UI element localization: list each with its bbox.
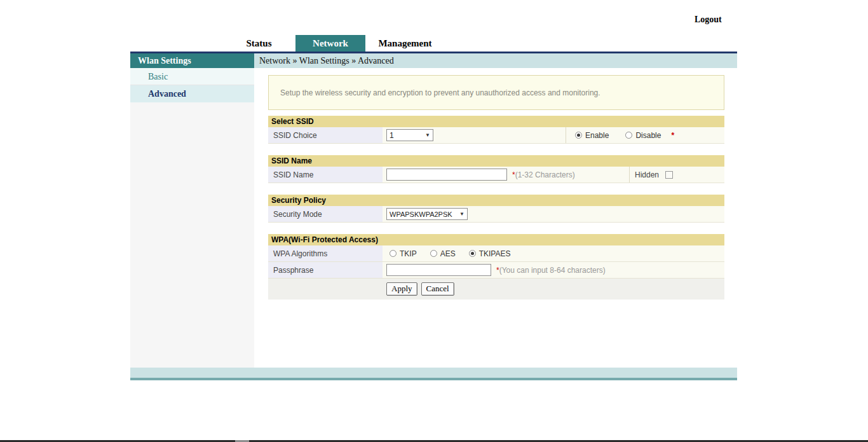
tab-management[interactable]: Management bbox=[365, 35, 445, 52]
dropdown-arrow-icon: ▼ bbox=[423, 132, 433, 138]
buttons-row: Apply Cancel bbox=[268, 279, 724, 300]
hidden-cell: Hidden bbox=[629, 167, 724, 183]
logout-link[interactable]: Logout bbox=[695, 15, 722, 25]
wpa-algorithms-row: WPA Algorithms TKIP AES bbox=[268, 245, 724, 262]
cancel-button[interactable]: Cancel bbox=[421, 282, 454, 296]
apply-button[interactable]: Apply bbox=[386, 282, 417, 296]
wpa-algorithms-cell: TKIP AES TKIPAES bbox=[383, 245, 724, 261]
security-mode-label: Security Mode bbox=[268, 206, 383, 222]
tkip-label: TKIP bbox=[400, 249, 417, 258]
ssid-name-row: SSID Name *(1-32 Characters) Hidden bbox=[268, 167, 724, 183]
ssid-name-label: SSID Name bbox=[268, 167, 383, 183]
ssid-name-hint: *(1-32 Characters) bbox=[512, 170, 575, 179]
ssid-choice-selected-value: 1 bbox=[390, 131, 394, 140]
ssid-choice-row: SSID Choice 1 ▼ Enable Disable bbox=[268, 127, 724, 144]
section-title-wpa: WPA(Wi-Fi Protected Access) bbox=[268, 234, 724, 245]
sidebar-item-basic[interactable]: Basic bbox=[130, 68, 254, 85]
aes-label: AES bbox=[440, 249, 456, 258]
passphrase-value-cell: *(You can input 8-64 characters) bbox=[383, 262, 724, 278]
section-wpa: WPA(Wi-Fi Protected Access) WPA Algorith… bbox=[268, 234, 724, 300]
required-mark: * bbox=[671, 131, 674, 140]
screen: Logout Status Network Management Wlan Se… bbox=[0, 0, 868, 442]
tkip-radio[interactable] bbox=[390, 250, 397, 257]
disable-label: Disable bbox=[635, 131, 661, 140]
tkipaes-radio[interactable] bbox=[469, 250, 476, 257]
enable-label: Enable bbox=[585, 131, 609, 140]
section-ssid-name: SSID Name SSID Name *(1-32 Characters) H… bbox=[268, 155, 724, 183]
passphrase-label: Passphrase bbox=[268, 262, 383, 278]
security-mode-select[interactable]: WPAPSKWPA2PSK ▼ bbox=[386, 208, 468, 220]
wpa-option-tkipaes: TKIPAES bbox=[469, 249, 511, 258]
dropdown-arrow-icon: ▼ bbox=[457, 211, 467, 217]
disable-radio[interactable] bbox=[625, 132, 632, 139]
passphrase-hint-text: (You can input 8-64 characters) bbox=[499, 266, 606, 275]
section-security-policy: Security Policy Security Mode WPAPSKWPA2… bbox=[268, 195, 724, 223]
ssid-name-hint-text: (1-32 Characters) bbox=[515, 170, 575, 179]
security-mode-selected-value: WPAPSKWPA2PSK bbox=[390, 211, 452, 218]
sidebar-item-advanced[interactable]: Advanced bbox=[130, 85, 254, 102]
security-mode-row: Security Mode WPAPSKWPA2PSK ▼ bbox=[268, 206, 724, 223]
wpa-option-aes: AES bbox=[430, 249, 456, 258]
passphrase-row: Passphrase *(You can input 8-64 characte… bbox=[268, 262, 724, 279]
section-title-security-policy: Security Policy bbox=[268, 195, 724, 206]
ssid-choice-select[interactable]: 1 ▼ bbox=[386, 129, 433, 141]
aes-radio[interactable] bbox=[430, 250, 437, 257]
sidebar-title: Wlan Settings bbox=[130, 53, 254, 68]
hidden-checkbox[interactable] bbox=[665, 171, 673, 179]
section-title-ssid-name: SSID Name bbox=[268, 155, 724, 167]
footer-bar bbox=[130, 368, 737, 380]
app-frame: Wlan Settings Basic Advanced Network » W… bbox=[130, 53, 737, 368]
passphrase-hint: *(You can input 8-64 characters) bbox=[496, 266, 606, 275]
ssid-name-value-cell: *(1-32 Characters) bbox=[383, 167, 629, 183]
notice-text: Setup the wireless security and encrypti… bbox=[280, 88, 600, 97]
hidden-label: Hidden bbox=[635, 170, 659, 179]
tab-network[interactable]: Network bbox=[295, 35, 365, 52]
tab-bar: Status Network Management bbox=[222, 35, 445, 52]
content: Setup the wireless security and encrypti… bbox=[254, 68, 737, 300]
enable-radio[interactable] bbox=[575, 132, 582, 139]
section-title-select-ssid: Select SSID bbox=[268, 116, 724, 127]
sidebar: Wlan Settings Basic Advanced bbox=[130, 53, 254, 368]
ssid-choice-label: SSID Choice bbox=[268, 127, 383, 143]
tab-status[interactable]: Status bbox=[222, 35, 295, 52]
wpa-algorithms-label: WPA Algorithms bbox=[268, 245, 383, 261]
notice-box: Setup the wireless security and encrypti… bbox=[268, 75, 724, 110]
ssid-name-input[interactable] bbox=[386, 169, 507, 181]
security-mode-value-cell: WPAPSKWPA2PSK ▼ bbox=[383, 206, 724, 222]
ssid-choice-value-cell: 1 ▼ bbox=[383, 127, 566, 143]
wpa-option-tkip: TKIP bbox=[390, 249, 417, 258]
section-select-ssid: Select SSID SSID Choice 1 ▼ Enable bbox=[268, 116, 724, 144]
passphrase-input[interactable] bbox=[386, 264, 491, 276]
tkipaes-label: TKIPAES bbox=[479, 249, 511, 258]
breadcrumb: Network » Wlan Settings » Advanced bbox=[254, 53, 737, 68]
main-panel: Network » Wlan Settings » Advanced Setup… bbox=[254, 53, 737, 368]
enable-disable-cell: Enable Disable * bbox=[566, 127, 724, 143]
